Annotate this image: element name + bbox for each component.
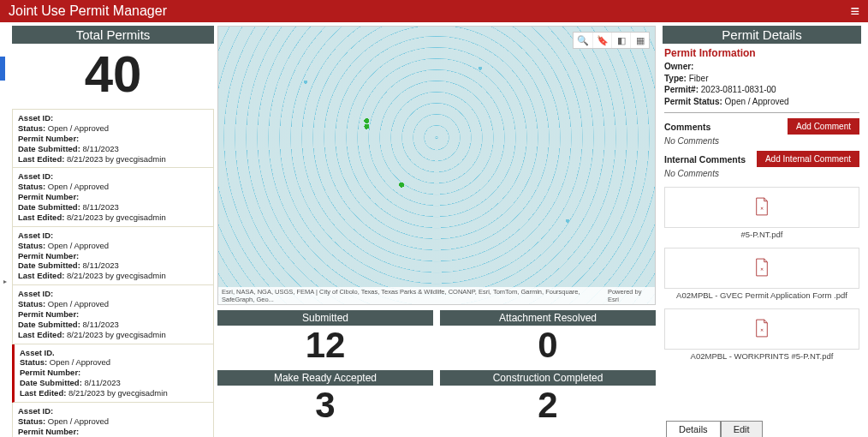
stat-attach-value: 0 bbox=[440, 326, 656, 365]
permit-details-body: Permit Information Owner: Type: Fiber Pe… bbox=[663, 44, 861, 437]
add-comment-button[interactable]: Add Comment bbox=[788, 118, 859, 135]
permit-list-item[interactable]: Asset ID:Status: Open / ApprovedPermit N… bbox=[12, 403, 214, 437]
stat-attachment-resolved: Attachment Resolved 0 bbox=[440, 310, 656, 365]
no-internal-comments-text: No Comments bbox=[664, 169, 859, 178]
app-title: Joint Use Permit Manager bbox=[9, 3, 167, 19]
type-label: Type: bbox=[664, 74, 687, 83]
stat-makeready-label: Make Ready Accepted bbox=[217, 370, 433, 386]
map-layers-icon[interactable]: ◧ bbox=[611, 33, 630, 48]
permit-list-item[interactable]: Asset ID:Status: Open / ApprovedPermit N… bbox=[12, 110, 214, 168]
permitstatus-line: Permit Status: Open / Approved bbox=[664, 96, 859, 108]
pdf-icon: ✕ bbox=[754, 319, 770, 339]
permit-list-item[interactable]: Asset ID:Status: Open / ApprovedPermit N… bbox=[12, 285, 214, 344]
total-permits-count: 40 bbox=[12, 44, 214, 109]
app-header: Joint Use Permit Manager ≡ bbox=[0, 0, 868, 22]
internal-comments-label: Internal Comments bbox=[664, 154, 746, 165]
total-permits-title: Total Permits bbox=[12, 26, 214, 44]
stat-make-ready: Make Ready Accepted 3 bbox=[217, 370, 433, 425]
main-layout: Total Permits 40 Asset ID:Status: Open /… bbox=[0, 22, 868, 437]
map-toolbar: 🔍 🔖 ◧ ▦ bbox=[573, 32, 650, 49]
map-attr-text: Esri, NASA, NGA, USGS, FEMA | City of Ci… bbox=[222, 288, 608, 303]
svg-text:✕: ✕ bbox=[760, 207, 764, 212]
permit-list[interactable]: Asset ID:Status: Open / ApprovedPermit N… bbox=[12, 109, 214, 437]
stat-construction-value: 2 bbox=[440, 386, 656, 425]
document-name: A02MPBL - GVEC Permit Application Form .… bbox=[664, 290, 859, 300]
internal-comments-header: Internal Comments Add Internal Comment bbox=[664, 151, 859, 167]
total-permits-panel: Total Permits 40 Asset ID:Status: Open /… bbox=[0, 22, 214, 437]
permitstatus-label: Permit Status: bbox=[664, 97, 722, 106]
left-rail-indicator bbox=[0, 57, 5, 81]
document-name: #5-P.NT.pdf bbox=[664, 230, 859, 239]
document-name: A02MPBL - WORKPRINTS #5-P.NT.pdf bbox=[664, 351, 859, 361]
type-line: Type: Fiber bbox=[664, 73, 859, 85]
document-thumbnail[interactable]: ✕ bbox=[664, 308, 859, 350]
stat-submitted: Submitted 12 bbox=[217, 310, 433, 365]
stat-submitted-value: 12 bbox=[217, 326, 433, 365]
menu-icon[interactable]: ≡ bbox=[850, 3, 859, 21]
tab-details[interactable]: Details bbox=[666, 421, 721, 437]
owner-label: Owner: bbox=[664, 62, 693, 71]
stat-submitted-label: Submitted bbox=[217, 310, 433, 326]
svg-text:✕: ✕ bbox=[760, 267, 764, 272]
permit-list-item[interactable]: Asset ID:Status: Open / ApprovedPermit N… bbox=[12, 168, 214, 226]
add-internal-comment-button[interactable]: Add Internal Comment bbox=[757, 151, 859, 167]
pdf-icon: ✕ bbox=[754, 258, 770, 278]
permit-list-item[interactable]: Asset ID.Status: Open / ApprovedPermit N… bbox=[12, 344, 214, 403]
stat-row-2: Make Ready Accepted 3 Construction Compl… bbox=[217, 370, 656, 425]
type-value: Fiber bbox=[687, 74, 709, 83]
map-attribution: Esri, NASA, NGA, USGS, FEMA | City of Ci… bbox=[218, 287, 655, 304]
map[interactable]: 🔍 🔖 ◧ ▦ Esri, NASA, NGA, USGS, FEMA | Ci… bbox=[217, 26, 656, 305]
divider bbox=[664, 112, 859, 113]
tab-edit[interactable]: Edit bbox=[721, 421, 763, 437]
documents-list: ✕#5-P.NT.pdf✕A02MPBL - GVEC Permit Appli… bbox=[664, 187, 859, 361]
owner-line: Owner: bbox=[664, 61, 859, 73]
permit-details-panel: Permit Details Permit Information Owner:… bbox=[659, 22, 868, 437]
comments-label: Comments bbox=[664, 122, 710, 132]
map-basemap-icon[interactable]: ▦ bbox=[630, 33, 649, 48]
permit-details-title: Permit Details bbox=[663, 26, 861, 44]
permitnum-value: 2023-0811-0831-00 bbox=[699, 85, 776, 94]
document-thumbnail[interactable]: ✕ bbox=[664, 187, 859, 228]
detail-tabs: Details Edit bbox=[666, 421, 763, 437]
map-search-icon[interactable]: 🔍 bbox=[574, 33, 592, 48]
permit-list-item[interactable]: Asset ID:Status: Open / ApprovedPermit N… bbox=[12, 227, 214, 285]
comments-header: Comments Add Comment bbox=[664, 118, 859, 135]
permitnum-label: Permit#: bbox=[664, 85, 699, 94]
svg-text:✕: ✕ bbox=[760, 328, 764, 333]
stat-construction-label: Construction Completed bbox=[440, 370, 656, 386]
stat-makeready-value: 3 bbox=[217, 386, 433, 425]
permit-info-heading: Permit Information bbox=[664, 47, 859, 59]
stat-row-1: Submitted 12 Attachment Resolved 0 bbox=[217, 310, 656, 365]
permitnum-line: Permit#: 2023-0811-0831-00 bbox=[664, 84, 859, 96]
expand-handle-icon[interactable]: ▸ bbox=[3, 278, 7, 285]
no-comments-text: No Comments bbox=[664, 136, 859, 146]
map-powered-text: Powered by Esri bbox=[608, 288, 651, 303]
document-thumbnail[interactable]: ✕ bbox=[664, 248, 859, 289]
stat-construction: Construction Completed 2 bbox=[440, 370, 656, 425]
center-panel: 🔍 🔖 ◧ ▦ Esri, NASA, NGA, USGS, FEMA | Ci… bbox=[214, 22, 659, 437]
permitstatus-value: Open / Approved bbox=[722, 97, 789, 106]
pdf-icon: ✕ bbox=[754, 197, 770, 218]
stat-attach-label: Attachment Resolved bbox=[440, 310, 656, 326]
map-bookmark-icon[interactable]: 🔖 bbox=[592, 33, 611, 48]
